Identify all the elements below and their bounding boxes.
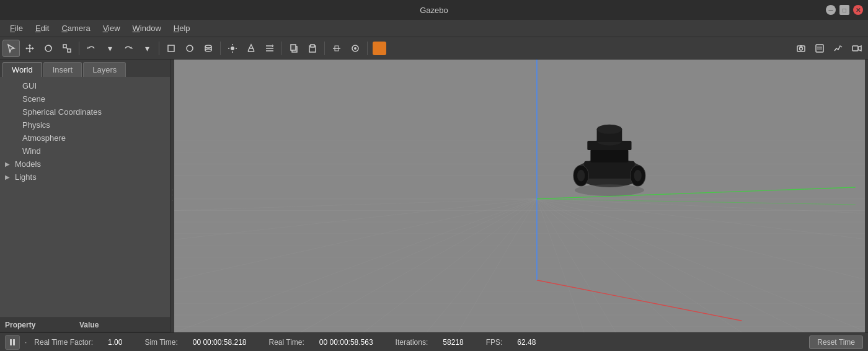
color-swatch <box>373 42 386 55</box>
svg-point-29 <box>354 47 356 50</box>
models-arrow: ▶ <box>5 161 12 167</box>
snap-button[interactable] <box>347 40 364 57</box>
svg-point-88 <box>575 184 644 196</box>
status-separator: · <box>25 338 27 347</box>
tree-item-atmosphere[interactable]: Atmosphere <box>0 131 170 144</box>
toolbar-separator-5 <box>324 42 325 55</box>
svg-rect-23 <box>291 45 296 50</box>
undo-button[interactable] <box>82 40 100 57</box>
real-time-factor-value: 1.00 <box>108 338 122 347</box>
fps-label: FPS: <box>486 338 503 347</box>
reset-time-button[interactable]: Reset Time <box>809 335 863 349</box>
svg-rect-90 <box>13 339 15 345</box>
svg-point-85 <box>577 170 585 182</box>
tree-item-models[interactable]: ▶ Models <box>0 158 170 171</box>
toolbar-separator-4 <box>281 42 282 55</box>
svg-point-87 <box>634 170 642 182</box>
tree-item-scene[interactable]: Scene <box>0 92 170 105</box>
fps-value: 62.48 <box>517 338 536 347</box>
log-button[interactable] <box>811 40 828 57</box>
toolbar-separator-2 <box>159 42 159 55</box>
toolbar-right <box>792 40 866 57</box>
undo-dropdown[interactable]: ▾ <box>101 40 118 57</box>
tab-layers[interactable]: Layers <box>83 62 126 77</box>
align-button[interactable] <box>328 40 345 57</box>
svg-point-10 <box>231 47 234 50</box>
menu-file[interactable]: File <box>5 22 28 34</box>
toolbar-separator-6 <box>367 42 368 55</box>
svg-point-9 <box>205 49 211 51</box>
svg-rect-78 <box>584 161 634 179</box>
right-resize-handle[interactable] <box>865 60 868 332</box>
screenshot-button[interactable] <box>792 40 810 57</box>
tab-world[interactable]: World <box>2 62 42 77</box>
iterations-label: Iterations: <box>396 338 428 347</box>
status-bar: · Real Time Factor: 1.00 Sim Time: 00 00… <box>0 332 868 351</box>
cylinder-button[interactable] <box>200 40 217 57</box>
menu-help[interactable]: Help <box>169 22 195 34</box>
minimize-button[interactable]: ─ <box>826 5 836 15</box>
3d-viewport[interactable] <box>174 60 868 332</box>
main-area: World Insert Layers GUI Scene Spherical … <box>0 60 868 332</box>
tab-bar: World Insert Layers <box>0 60 170 77</box>
rotate-tool-button[interactable] <box>40 40 57 57</box>
sphere-button[interactable] <box>181 40 198 57</box>
svg-point-83 <box>597 125 622 134</box>
pause-button[interactable] <box>5 335 20 350</box>
tree-item-physics[interactable]: Physics <box>0 118 170 131</box>
window-controls: ─ □ ✕ <box>826 5 863 15</box>
tree-item-lights[interactable]: ▶ Lights <box>0 171 170 184</box>
toolbar: ▾ ▾ <box>0 37 868 60</box>
svg-rect-33 <box>816 45 823 52</box>
spot-light-button[interactable] <box>242 40 260 57</box>
tree-item-gui[interactable]: GUI <box>0 79 170 92</box>
menu-window[interactable]: Window <box>128 22 166 34</box>
menu-camera[interactable]: Camera <box>56 22 95 34</box>
select-tool-button[interactable] <box>2 40 20 57</box>
menu-edit[interactable]: Edit <box>30 22 54 34</box>
sim-time-value: 00 00:00:58.218 <box>193 338 247 347</box>
real-time-value: 00 00:00:58.563 <box>319 338 373 347</box>
svg-marker-37 <box>858 46 861 51</box>
plot-button[interactable] <box>830 40 847 57</box>
redo-button[interactable] <box>120 40 137 57</box>
lights-arrow: ▶ <box>5 174 12 180</box>
menu-bar: File Edit Camera View Window Help <box>0 20 868 37</box>
point-light-button[interactable] <box>224 40 241 57</box>
sim-time-label: Sim Time: <box>144 338 177 347</box>
svg-rect-38 <box>174 60 868 332</box>
title-bar: Gazebo ─ □ ✕ <box>0 0 868 20</box>
paste-button[interactable] <box>304 40 321 57</box>
video-button[interactable] <box>848 40 866 57</box>
real-time-factor-label: Real Time Factor: <box>34 338 93 347</box>
close-button[interactable]: ✕ <box>853 5 863 15</box>
color-button[interactable] <box>371 40 388 57</box>
value-col-header: Value <box>74 318 104 332</box>
scale-tool-button[interactable] <box>58 40 76 57</box>
svg-rect-25 <box>311 45 314 47</box>
tree-item-wind[interactable]: Wind <box>0 144 170 158</box>
svg-rect-1 <box>63 45 66 48</box>
directional-light-button[interactable] <box>261 40 278 57</box>
toolbar-separator-3 <box>220 42 221 55</box>
menu-view[interactable]: View <box>98 22 125 34</box>
toolbar-separator-1 <box>79 42 79 55</box>
iterations-value: 58218 <box>443 338 463 347</box>
svg-rect-2 <box>68 49 71 52</box>
left-panel: World Insert Layers GUI Scene Spherical … <box>0 60 170 332</box>
app-title: Gazebo <box>420 6 448 15</box>
svg-line-3 <box>66 48 68 49</box>
property-table-header: Property Value <box>0 318 170 332</box>
tree-item-spherical-coordinates[interactable]: Spherical Coordinates <box>0 105 170 118</box>
property-table: Property Value <box>0 318 170 332</box>
maximize-button[interactable]: □ <box>839 5 849 15</box>
svg-rect-89 <box>10 339 12 345</box>
copy-button[interactable] <box>285 40 303 57</box>
svg-rect-32 <box>800 45 802 47</box>
move-tool-button[interactable] <box>21 40 38 57</box>
tab-insert[interactable]: Insert <box>43 62 82 77</box>
box-button[interactable] <box>162 40 180 57</box>
viewport-grid <box>174 60 868 332</box>
redo-dropdown[interactable]: ▾ <box>138 40 156 57</box>
property-col-header: Property <box>0 318 74 332</box>
